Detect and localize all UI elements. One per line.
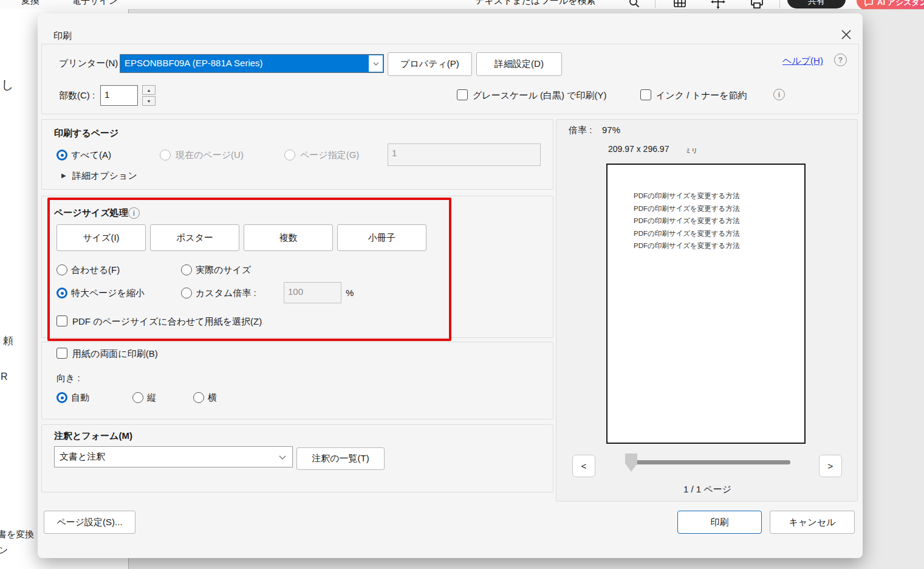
pages-range-label: ページ指定(G) [300,150,359,160]
next-page-button[interactable]: > [819,455,842,477]
shrink-oversized-label: 特大ページを縮小 [71,288,145,298]
copies-value: 1 [104,89,109,100]
choose-paper-label: PDF のページサイズに合わせて用紙を選択(Z) [72,316,262,327]
save-ink-label: インク / トナーを節約 [656,90,747,101]
orientation-label: 向き : [56,373,80,384]
advanced-settings-label: 詳細設定(D) [495,58,544,70]
share-button-label: 共有 [808,0,825,7]
paper-size-value: 209.97 x 296.97 [608,144,669,154]
custom-scale-radio[interactable] [181,288,192,298]
menu-item-convert[interactable]: 変換 [21,0,39,7]
grayscale-label: グレースケール (白黒) で印刷(Y) [473,90,606,101]
info-glyph: i [778,91,780,99]
multiple-button[interactable]: 複数 [244,224,333,251]
info-icon[interactable]: i [128,207,140,219]
orientation-auto-radio[interactable] [56,392,67,403]
cancel-button-label: キャンセル [789,517,836,528]
print-icon[interactable] [750,0,764,9]
search-label[interactable]: テキストまたはツールを検索 [475,0,596,7]
print-dialog: 印刷 プリンター(N) : EPSONBBF09A (EP-881A Serie… [38,13,863,558]
close-icon[interactable] [841,29,852,40]
pages-all-radio[interactable] [56,150,67,160]
custom-scale-input[interactable]: 100 [284,282,341,303]
page-slider-track[interactable] [629,460,790,464]
background-text-fragment: R [1,371,8,382]
orientation-landscape-radio[interactable] [193,392,204,403]
menu-item-esign[interactable]: 電子サイン [72,0,118,7]
info-icon[interactable]: i [773,89,785,100]
custom-scale-value: 100 [288,286,303,297]
orientation-landscape-label: 横 [208,392,217,403]
help-glyph: ? [838,56,843,64]
background-text-fragment: ン [0,545,8,556]
next-page-label: > [828,461,833,471]
print-button[interactable]: 印刷 [677,511,762,534]
orientation-portrait-label: 縦 [147,392,156,403]
booklet-button-label: 小冊子 [368,232,395,244]
info-glyph: i [133,209,135,218]
page-indicator: 1 / 1 ページ [556,484,858,495]
choose-paper-checkbox[interactable] [56,316,67,326]
pages-all-label: すべて(A) [71,150,111,160]
app-toolbar: 変換 電子サイン テキストまたはツールを検索 [0,0,924,10]
percent-label: % [346,288,354,298]
ai-assistant-label: AI アシスタント [877,0,924,8]
page-slider-thumb[interactable] [625,453,637,472]
pages-to-print-section: 印刷するページ すべて(A) 現在のページ(U) ページ指定(G) 1 ▶ 詳細… [41,119,553,190]
dialog-title: 印刷 [53,30,72,41]
pan-tool-icon[interactable] [711,0,725,9]
share-button[interactable]: 共有 [787,0,846,9]
shrink-oversized-radio[interactable] [56,288,67,298]
search-icon[interactable] [628,0,640,9]
properties-button[interactable]: プロパティ(P) [388,52,472,76]
orientation-portrait-radio[interactable] [132,392,143,403]
pages-range-radio[interactable] [284,150,295,160]
printer-select[interactable]: EPSONBBF09A (EP-881A Series) [120,54,384,73]
save-ink-checkbox[interactable] [640,89,651,100]
help-link[interactable]: ヘルプ(H) [782,55,823,67]
page-range-input[interactable]: 1 [388,143,541,166]
size-button-label: サイズ(I) [83,232,119,244]
fit-radio[interactable] [56,264,67,275]
background-text-fragment: し [1,77,13,93]
multiple-button-label: 複数 [279,232,298,244]
duplex-checkbox[interactable] [56,348,67,359]
sizing-section-title: ページサイズ処理 [54,207,128,218]
background-text-fragment: 頼 [3,334,13,348]
summarize-comments-label: 注釈の一覧(T) [312,453,369,464]
copies-input[interactable]: 1 [100,85,138,106]
actual-size-label: 実際のサイズ [196,264,251,275]
preview-panel: 倍率 : 97% 209.97 x 296.97 ミリ PDFの印刷サイズを変更… [556,119,858,502]
pages-section-title: 印刷するページ [54,128,118,139]
page-preview-text: PDFの印刷サイズを変更する方法 PDFの印刷サイズを変更する方法 PDFの印刷… [634,190,739,252]
printer-label: プリンター(N) : [59,58,123,69]
cancel-button[interactable]: キャンセル [770,511,855,534]
expand-arrow-icon[interactable]: ▶ [61,172,66,179]
size-button[interactable]: サイズ(I) [56,224,146,251]
page-setup-label: ページ設定(S)... [56,517,122,528]
pages-current-label: 現在のページ(U) [176,150,244,160]
fit-label: 合わせる(F) [71,264,120,275]
ai-assistant-button[interactable]: AI アシスタント [857,0,924,10]
actual-size-radio[interactable] [181,264,192,275]
summarize-comments-button[interactable]: 注釈の一覧(T) [296,447,385,470]
grayscale-checkbox[interactable] [457,89,468,100]
pages-current-radio[interactable] [160,150,171,160]
more-options-label[interactable]: 詳細オプション [72,170,137,181]
comments-select[interactable]: 文書と注釈 [54,446,293,467]
help-question-icon[interactable]: ? [834,53,847,66]
properties-button-label: プロパティ(P) [400,58,459,70]
grid-view-icon[interactable] [673,0,686,8]
poster-button[interactable]: ポスター [150,224,239,251]
previous-page-button[interactable]: < [572,455,595,477]
advanced-settings-button[interactable]: 詳細設定(D) [476,52,562,76]
booklet-button[interactable]: 小冊子 [337,224,426,251]
page-preview: PDFの印刷サイズを変更する方法 PDFの印刷サイズを変更する方法 PDFの印刷… [606,164,806,444]
print-button-label: 印刷 [711,517,729,528]
toolbar-divider [779,0,780,8]
custom-scale-label: カスタム倍率 : [196,288,256,298]
stepper-down-icon[interactable]: ▼ [142,96,156,106]
stepper-up-icon[interactable]: ▲ [142,85,156,95]
comments-select-value: 文書と注釈 [60,451,105,463]
page-setup-button[interactable]: ページ設定(S)... [44,511,135,534]
